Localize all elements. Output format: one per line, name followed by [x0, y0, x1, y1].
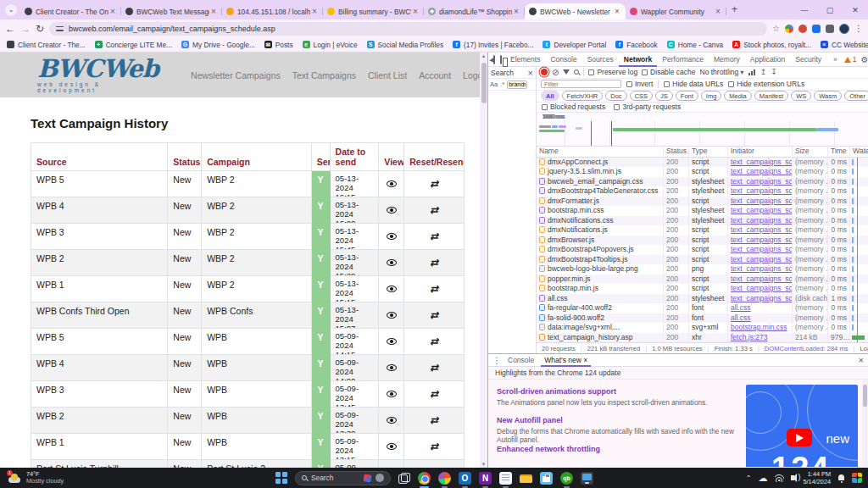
site-info-icon[interactable]: [56, 25, 64, 32]
network-request-row[interactable]: bwcweb-logo-blue-large.png 200 png text_…: [537, 264, 868, 274]
bookmark-item[interactable]: f Facebook: [615, 41, 657, 49]
request-initiator[interactable]: text_campaigns_sche: [728, 197, 793, 207]
filter-icon[interactable]: [563, 69, 570, 75]
refresh-icon[interactable]: ↻: [36, 23, 44, 35]
designer-taskbar-icon[interactable]: [438, 472, 451, 485]
outlook-taskbar-icon[interactable]: [459, 472, 471, 485]
network-request-row[interactable]: jquery-3.5.1.slim.min.js 200 script text…: [537, 167, 868, 177]
view-button[interactable]: [379, 224, 404, 250]
type-filter-pill[interactable]: Other: [844, 91, 868, 101]
bookmark-item[interactable]: t Developer Portal: [542, 41, 606, 49]
import-har-icon[interactable]: [760, 68, 767, 76]
browser-tab[interactable]: Wappler Community ×: [626, 3, 726, 19]
inspect-element-icon[interactable]: [493, 55, 495, 64]
request-initiator[interactable]: text_campaigns_sche: [728, 255, 793, 265]
taskbar-clock[interactable]: 1:44 PM 5/14/2024: [804, 470, 831, 485]
record-icon[interactable]: [541, 69, 548, 75]
bookmark-item[interactable]: C Home - Canva: [667, 41, 724, 49]
col-initiator[interactable]: Initiator: [728, 146, 793, 157]
type-filter-pill[interactable]: WS: [791, 91, 811, 101]
bookmark-item[interactable]: ✉ Posts: [264, 41, 293, 49]
view-button[interactable]: [379, 408, 404, 434]
reset-resend-button[interactable]: [404, 276, 464, 302]
extensions-puzzle-icon[interactable]: [826, 25, 834, 33]
section-title-link[interactable]: New Autofill panel: [497, 416, 743, 424]
tab-close-icon[interactable]: ×: [310, 8, 319, 16]
reset-resend-button[interactable]: [404, 460, 464, 468]
network-request-row[interactable]: dmxAppConnect.js 200 script text_campaig…: [537, 158, 868, 168]
extension-icon[interactable]: [812, 25, 821, 33]
notifications-icon[interactable]: [837, 474, 845, 482]
throttling-dropdown[interactable]: No throttling: [700, 68, 744, 76]
hide-data-urls-checkbox[interactable]: Hide data URLs: [664, 80, 723, 88]
request-initiator[interactable]: text_campaigns_sche: [728, 216, 793, 226]
network-request-row[interactable]: dmxNotifications.css 200 stylesheet text…: [537, 216, 868, 226]
network-request-row[interactable]: dmxBootstrap4Tooltips.js 200 script text…: [537, 255, 868, 265]
devtools-tab[interactable]: Elements: [505, 53, 545, 67]
browser-tab[interactable]: Client Creator - The Only Syste ×: [20, 3, 121, 19]
forward-icon[interactable]: →: [20, 23, 31, 35]
file-explorer-taskbar-icon[interactable]: [520, 472, 532, 485]
quickbooks-taskbar-icon[interactable]: [560, 472, 573, 485]
request-initiator[interactable]: text_campaigns_sche: [728, 177, 793, 187]
console-drawer-tab[interactable]: Console: [504, 354, 537, 367]
reset-resend-button[interactable]: [404, 197, 464, 224]
col-waterfall[interactable]: Waterfall: [850, 146, 868, 157]
request-initiator[interactable]: fetch.js:273: [728, 333, 793, 342]
network-request-row[interactable]: fa-solid-900.woff2 200 font all.css (mem…: [537, 313, 868, 324]
view-button[interactable]: [379, 250, 404, 276]
device-toolbar-icon[interactable]: [500, 55, 502, 64]
drawer-menu-icon[interactable]: [492, 356, 501, 365]
view-button[interactable]: [379, 381, 404, 408]
request-initiator[interactable]: text_campaigns_sche: [728, 186, 793, 197]
page-scrollbar[interactable]: ▲ ▼: [480, 53, 487, 468]
view-button[interactable]: [379, 434, 404, 460]
network-request-row[interactable]: bwcweb_email_campaign.css 200 stylesheet…: [537, 177, 868, 187]
bookmark-item[interactable]: ≡ CC Website Login Li...: [821, 41, 868, 49]
network-request-row[interactable]: bootstrap.min.css 200 stylesheet text_ca…: [537, 206, 868, 216]
browser-tab[interactable]: 104.45.151.108 / localhost / atg ×: [222, 3, 323, 19]
export-har-icon[interactable]: [771, 68, 777, 76]
type-filter-pill[interactable]: JS: [655, 91, 673, 101]
type-filter-pill[interactable]: CSS: [630, 91, 653, 101]
view-button[interactable]: [379, 329, 404, 355]
view-button[interactable]: [379, 171, 404, 197]
col-time[interactable]: Time: [828, 146, 850, 157]
tab-close-icon[interactable]: ×: [411, 8, 420, 16]
devtools-tab[interactable]: Performance: [657, 53, 709, 67]
network-conditions-icon[interactable]: [748, 69, 756, 75]
invert-checkbox[interactable]: Invert: [626, 80, 653, 88]
tab-close-icon[interactable]: ×: [108, 8, 117, 16]
profile-avatar[interactable]: [839, 24, 849, 34]
request-initiator[interactable]: text_campaigns_sche: [728, 206, 793, 216]
bookmark-item[interactable]: f (17) Invites | Facebo...: [453, 41, 533, 49]
scroll-down-icon[interactable]: ▼: [480, 462, 487, 467]
bookmark-item[interactable]: Client Creator - The...: [7, 41, 86, 49]
tray-expand-icon[interactable]: ⌃: [746, 474, 752, 482]
devtools-settings-icon[interactable]: [861, 55, 868, 64]
bookmark-item[interactable]: e Login | eVoice: [303, 41, 358, 49]
youtube-play-icon[interactable]: [787, 429, 812, 446]
chrome-taskbar-icon[interactable]: [418, 472, 431, 485]
view-button[interactable]: [379, 276, 404, 302]
search-pane-close-icon[interactable]: [528, 68, 533, 78]
taskbar-search[interactable]: Search: [295, 471, 391, 485]
reset-resend-button[interactable]: [404, 408, 464, 434]
network-request-row[interactable]: dmxBootstrap4TableGenerator.css 200 styl…: [537, 186, 868, 197]
bookmark-star-icon[interactable]: ☆: [772, 24, 780, 33]
request-initiator[interactable]: text_campaigns_sche: [728, 284, 793, 294]
bookmark-item[interactable]: + Concierge LITE Me...: [95, 41, 172, 49]
search-query-input[interactable]: [507, 80, 527, 89]
browser-tab[interactable]: BWCWeb - Newsletter System ×: [525, 3, 626, 19]
request-initiator[interactable]: text_campaigns_sche: [728, 158, 793, 168]
onedrive-icon[interactable]: [759, 473, 768, 484]
tab-close-icon[interactable]: ×: [714, 8, 722, 16]
back-icon[interactable]: ←: [5, 23, 15, 35]
notepad-taskbar-icon[interactable]: [499, 472, 512, 485]
request-initiator[interactable]: bootstrap.min.css: [728, 323, 793, 333]
tab-search-icon[interactable]: ⌄: [5, 4, 17, 16]
network-request-row[interactable]: bootstrap.min.js 200 script text_campaig…: [537, 284, 868, 294]
onenote-taskbar-icon[interactable]: [479, 472, 492, 485]
type-filter-pill[interactable]: Font: [676, 91, 698, 101]
reset-resend-button[interactable]: [404, 329, 464, 355]
